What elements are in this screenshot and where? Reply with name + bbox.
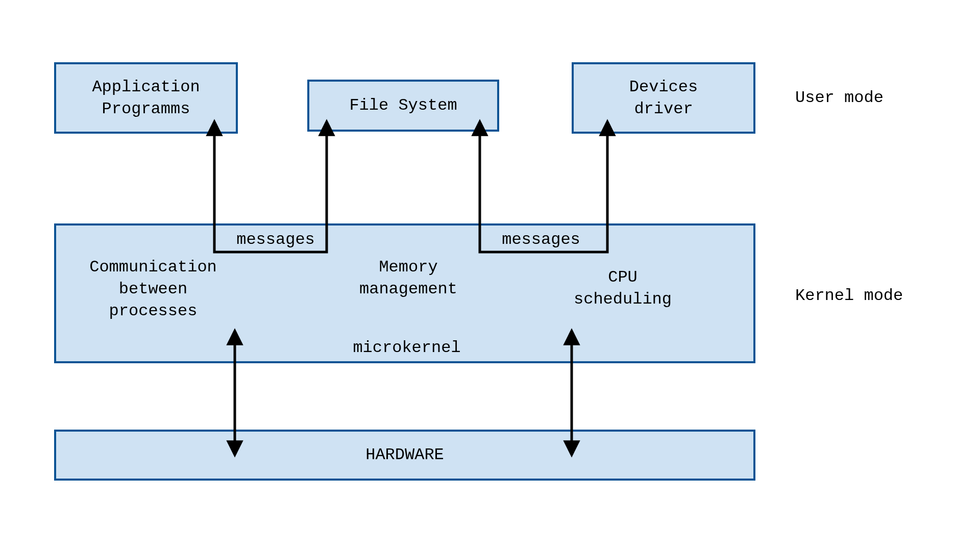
box-application-programs-label: ApplicationProgramms (92, 76, 200, 120)
kernel-memory-label: Memorymanagement (332, 256, 485, 300)
label-messages-right: messages (485, 229, 597, 251)
diagram-canvas: ApplicationProgramms File System Devices… (0, 0, 980, 551)
box-hardware: HARDWARE (54, 430, 755, 481)
label-kernel-mode: Kernel mode (795, 285, 959, 307)
kernel-caption: microkernel (56, 337, 757, 359)
kernel-cpu-label: CPUscheduling (546, 266, 699, 310)
box-microkernel: Communicationbetweenprocesses Memorymana… (54, 223, 755, 363)
label-messages-left: messages (219, 229, 332, 251)
kernel-ipc-label: Communicationbetweenprocesses (71, 256, 235, 322)
box-hardware-label: HARDWARE (365, 444, 444, 466)
box-devices-driver-label: Devicesdriver (629, 76, 698, 120)
box-application-programs: ApplicationProgramms (54, 62, 238, 134)
label-user-mode: User mode (795, 87, 959, 109)
box-file-system: File System (307, 80, 499, 132)
box-devices-driver: Devicesdriver (572, 62, 755, 134)
box-file-system-label: File System (349, 94, 457, 116)
